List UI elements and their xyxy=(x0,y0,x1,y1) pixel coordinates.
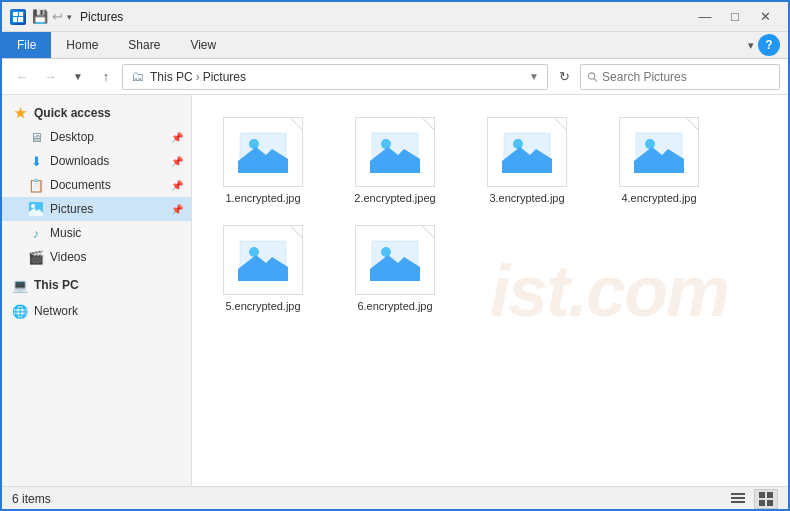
svg-rect-37 xyxy=(759,492,765,498)
title-bar: 💾 ↩ ▾ Pictures — □ ✕ xyxy=(2,2,788,32)
svg-rect-4 xyxy=(18,17,23,22)
breadcrumb-sep1: › xyxy=(196,70,200,84)
tab-file[interactable]: File xyxy=(2,32,51,58)
svg-point-12 xyxy=(249,139,259,149)
file-item[interactable]: 5.encrypted.jpg xyxy=(208,219,318,319)
ribbon: File Home Share View ▾ ? xyxy=(2,32,788,59)
sidebar-item-music[interactable]: ♪ Music xyxy=(2,221,191,245)
svg-point-28 xyxy=(249,247,259,257)
sidebar-item-documents[interactable]: 📋 Documents 📌 xyxy=(2,173,191,197)
main-layout: ★ Quick access 🖥 Desktop 📌 ⬇ Downloads 📌… xyxy=(2,95,788,486)
music-icon: ♪ xyxy=(28,225,44,241)
svg-rect-36 xyxy=(731,501,745,503)
sidebar-quick-access[interactable]: ★ Quick access xyxy=(2,101,191,125)
image-icon xyxy=(634,131,684,173)
sidebar-item-desktop[interactable]: 🖥 Desktop 📌 xyxy=(2,125,191,149)
image-icon xyxy=(238,131,288,173)
svg-rect-38 xyxy=(767,492,773,498)
svg-point-16 xyxy=(381,139,391,149)
sidebar: ★ Quick access 🖥 Desktop 📌 ⬇ Downloads 📌… xyxy=(2,95,192,486)
qat-undo[interactable]: ↩ xyxy=(52,9,63,24)
svg-rect-35 xyxy=(731,497,745,499)
svg-rect-1 xyxy=(13,12,18,16)
sidebar-network[interactable]: 🌐 Network xyxy=(2,299,191,323)
tab-home[interactable]: Home xyxy=(51,32,113,58)
file-item[interactable]: 4.encrypted.jpg xyxy=(604,111,714,211)
image-icon xyxy=(370,131,420,173)
quick-access-toolbar[interactable]: 💾 ↩ ▾ xyxy=(32,9,72,24)
file-name: 5.encrypted.jpg xyxy=(225,299,300,313)
file-name: 4.encrypted.jpg xyxy=(621,191,696,205)
file-name: 3.encrypted.jpg xyxy=(489,191,564,205)
network-icon: 🌐 xyxy=(12,303,28,319)
details-view-button[interactable] xyxy=(726,489,750,509)
pin-icon2: 📌 xyxy=(171,156,183,167)
breadcrumb[interactable]: 🗂 This PC › Pictures ▼ xyxy=(122,64,548,90)
file-thumbnail xyxy=(619,117,699,187)
svg-point-24 xyxy=(645,139,655,149)
sidebar-this-pc[interactable]: 💻 This PC xyxy=(2,273,191,297)
ribbon-collapse-btn[interactable]: ▾ xyxy=(744,35,758,56)
svg-point-8 xyxy=(31,204,35,208)
large-icons-view-button[interactable] xyxy=(754,489,778,509)
svg-rect-39 xyxy=(759,500,765,506)
item-count: 6 items xyxy=(12,492,51,506)
sidebar-item-pictures[interactable]: Pictures 📌 xyxy=(2,197,191,221)
file-item[interactable]: 3.encrypted.jpg xyxy=(472,111,582,211)
pictures-icon xyxy=(28,201,44,217)
file-grid: 1.encrypted.jpg 2.encrypted.jpeg xyxy=(208,111,772,320)
forward-button[interactable]: → xyxy=(38,65,62,89)
up-button[interactable]: ↑ xyxy=(94,65,118,89)
back-button[interactable]: ← xyxy=(10,65,34,89)
app-icon xyxy=(10,9,26,25)
svg-rect-34 xyxy=(731,493,745,495)
close-button[interactable]: ✕ xyxy=(750,2,780,32)
search-box[interactable] xyxy=(580,64,780,90)
breadcrumb-down-icon[interactable]: ▼ xyxy=(529,71,539,82)
minimize-button[interactable]: — xyxy=(690,2,720,32)
documents-icon: 📋 xyxy=(28,177,44,193)
address-bar: ← → ▼ ↑ 🗂 This PC › Pictures ▼ ↻ xyxy=(2,59,788,95)
qat-dropdown[interactable]: ▾ xyxy=(67,12,72,22)
svg-rect-40 xyxy=(767,500,773,506)
details-view-icon xyxy=(731,492,745,506)
file-area: ist.com 1.encrypted.jpg xyxy=(192,95,788,486)
file-thumbnail xyxy=(355,225,435,295)
view-switcher[interactable] xyxy=(726,489,778,509)
recent-locations-button[interactable]: ▼ xyxy=(66,65,90,89)
breadcrumb-folder-icon: 🗂 xyxy=(131,69,144,84)
maximize-button[interactable]: □ xyxy=(720,2,750,32)
file-thumbnail xyxy=(223,225,303,295)
breadcrumb-this-pc[interactable]: This PC xyxy=(150,70,193,84)
tab-view[interactable]: View xyxy=(175,32,231,58)
videos-icon: 🎬 xyxy=(28,249,44,265)
sidebar-item-videos[interactable]: 🎬 Videos xyxy=(2,245,191,269)
svg-rect-3 xyxy=(13,17,17,22)
help-button[interactable]: ? xyxy=(758,34,780,56)
ribbon-tabs: File Home Share View ▾ ? xyxy=(2,32,788,58)
downloads-icon: ⬇ xyxy=(28,153,44,169)
file-thumbnail xyxy=(487,117,567,187)
this-pc-icon: 💻 xyxy=(12,277,28,293)
search-input[interactable] xyxy=(602,70,773,84)
pin-icon3: 📌 xyxy=(171,180,183,191)
svg-point-20 xyxy=(513,139,523,149)
refresh-button[interactable]: ↻ xyxy=(552,65,576,89)
file-name: 1.encrypted.jpg xyxy=(225,191,300,205)
breadcrumb-pictures[interactable]: Pictures xyxy=(203,70,246,84)
file-item[interactable]: 1.encrypted.jpg xyxy=(208,111,318,211)
qat-save[interactable]: 💾 xyxy=(32,9,48,24)
svg-rect-2 xyxy=(19,12,23,16)
svg-point-5 xyxy=(588,72,594,78)
file-item[interactable]: 2.encrypted.jpeg xyxy=(340,111,450,211)
window-controls[interactable]: — □ ✕ xyxy=(690,2,780,32)
file-name: 6.encrypted.jpg xyxy=(357,299,432,313)
image-icon xyxy=(238,239,288,281)
window-title: Pictures xyxy=(80,10,690,24)
file-item[interactable]: 6.encrypted.jpg xyxy=(340,219,450,319)
tab-share[interactable]: Share xyxy=(113,32,175,58)
file-name: 2.encrypted.jpeg xyxy=(354,191,435,205)
sidebar-item-downloads[interactable]: ⬇ Downloads 📌 xyxy=(2,149,191,173)
image-icon xyxy=(502,131,552,173)
file-thumbnail xyxy=(223,117,303,187)
